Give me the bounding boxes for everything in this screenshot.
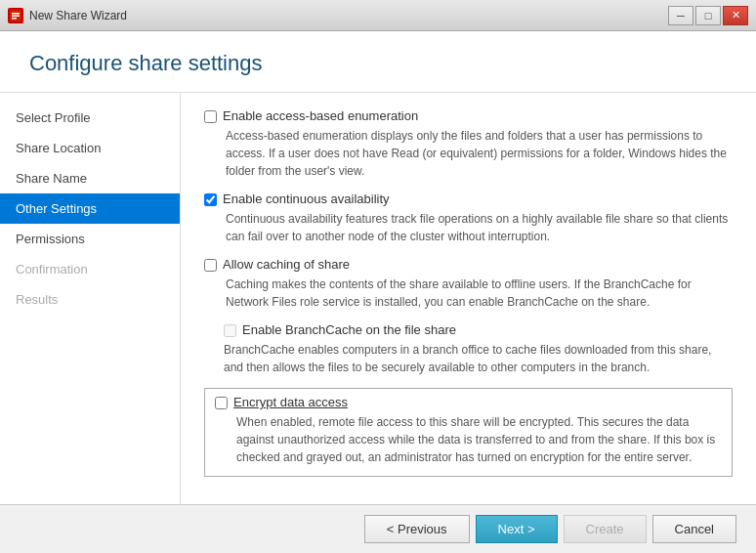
svg-rect-1 (12, 13, 20, 15)
allow-caching-row: Allow caching of share (204, 257, 733, 272)
encrypt-label[interactable]: Encrypt data access (233, 395, 348, 409)
branchcache-desc: BranchCache enables computers in a branc… (224, 341, 733, 376)
encrypt-section: Encrypt data access When enabled, remote… (204, 388, 733, 477)
branchcache-label[interactable]: Enable BranchCache on the file share (242, 322, 456, 337)
window-title: New Share Wizard (29, 9, 127, 22)
encrypt-row: Encrypt data access (215, 395, 722, 409)
allow-caching-checkbox[interactable] (204, 259, 217, 272)
minimize-button[interactable]: ─ (668, 6, 693, 25)
sidebar-item-select-profile[interactable]: Select Profile (0, 103, 180, 133)
encrypt-checkbox[interactable] (215, 397, 228, 409)
wizard-header: Configure share settings (0, 31, 756, 93)
main-content: Enable access-based enumeration Access-b… (181, 93, 756, 504)
wizard-body: Select Profile Share Location Share Name… (0, 93, 756, 504)
svg-rect-2 (12, 15, 20, 17)
allow-caching-label[interactable]: Allow caching of share (223, 257, 350, 272)
cancel-button[interactable]: Cancel (652, 515, 736, 543)
encrypt-desc: When enabled, remote file access to this… (236, 413, 722, 466)
access-based-enum-desc: Access-based enumeration displays only t… (226, 127, 733, 180)
sidebar-item-other-settings[interactable]: Other Settings (0, 193, 180, 224)
continuous-avail-label[interactable]: Enable continuous availability (223, 191, 390, 206)
allow-caching-desc: Caching makes the contents of the share … (226, 276, 733, 311)
sidebar-item-permissions[interactable]: Permissions (0, 224, 180, 254)
create-button[interactable]: Create (564, 515, 647, 543)
page-title: Configure share settings (29, 51, 727, 76)
sidebar-item-confirmation: Confirmation (0, 254, 180, 284)
sidebar-item-results: Results (0, 284, 180, 315)
sidebar-item-share-location[interactable]: Share Location (0, 133, 180, 163)
branchcache-row: Enable BranchCache on the file share (224, 322, 733, 337)
continuous-avail-desc: Continuous availability features track f… (226, 210, 733, 245)
close-button[interactable]: ✕ (723, 6, 748, 25)
continuous-avail-row: Enable continuous availability (204, 191, 733, 206)
access-based-enum-checkbox[interactable] (204, 110, 217, 123)
wizard-container: Configure share settings Select Profile … (0, 31, 756, 553)
wizard-footer: < Previous Next > Create Cancel (0, 504, 756, 553)
next-button[interactable]: Next > (476, 515, 558, 543)
sidebar: Select Profile Share Location Share Name… (0, 93, 181, 504)
title-bar: New Share Wizard ─ □ ✕ (0, 0, 756, 31)
previous-button[interactable]: < Previous (364, 515, 470, 543)
app-icon (8, 8, 23, 23)
svg-rect-3 (12, 18, 17, 20)
access-based-enum-row: Enable access-based enumeration (204, 108, 733, 123)
access-based-enum-label[interactable]: Enable access-based enumeration (223, 108, 418, 123)
continuous-avail-checkbox[interactable] (204, 193, 217, 206)
maximize-button[interactable]: □ (695, 6, 721, 25)
title-bar-left: New Share Wizard (8, 8, 127, 23)
sidebar-item-share-name[interactable]: Share Name (0, 163, 180, 193)
window-controls[interactable]: ─ □ ✕ (668, 6, 748, 25)
branchcache-checkbox[interactable] (224, 324, 236, 337)
